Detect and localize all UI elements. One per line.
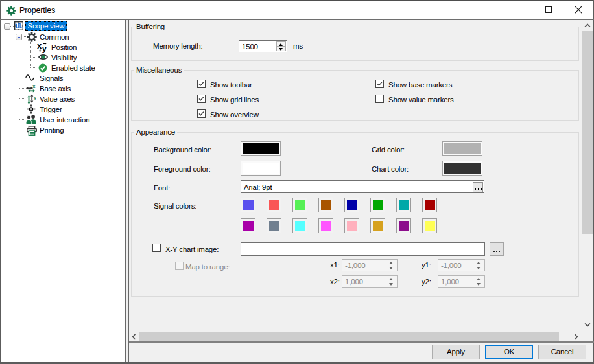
svg-text:x: x [37,41,42,51]
svg-text:y: y [42,43,47,53]
svg-text:y: y [34,94,36,100]
svg-text:x: x [32,84,36,89]
